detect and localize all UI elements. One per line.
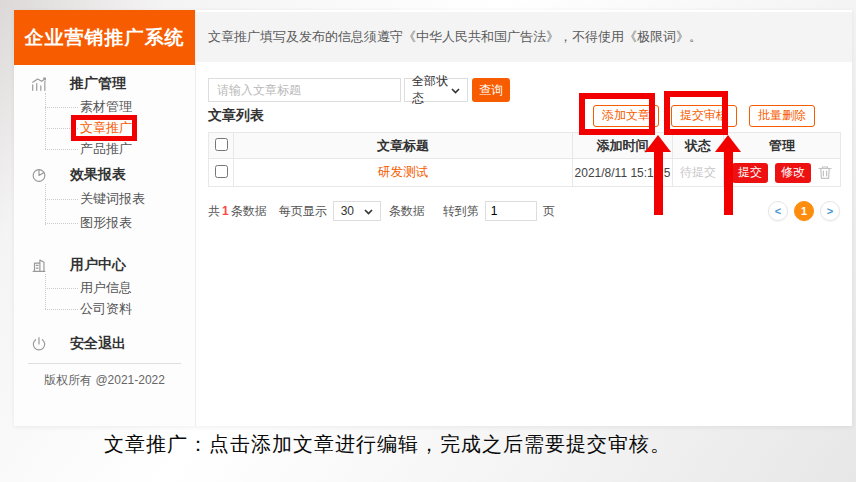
list-actions: 添加文章 提交审核 批量删除 bbox=[593, 105, 815, 127]
chevron-down-icon bbox=[451, 83, 460, 97]
total-count-text: 共1条数据 bbox=[208, 203, 267, 220]
sidebar: 企业营销推广系统 推广管理 素材管理 bbox=[14, 10, 196, 426]
submit-button[interactable]: 提交 bbox=[732, 163, 768, 183]
per-page-suffix: 条数据 bbox=[389, 203, 425, 220]
row-time-cell: 2021/8/11 15:10:5 bbox=[573, 159, 673, 187]
goto-page-input[interactable] bbox=[485, 201, 537, 221]
section-user-center: 用户中心 用户信息 公司资料 bbox=[14, 253, 195, 319]
row-title-cell: 研发测试 bbox=[234, 159, 573, 187]
sidebar-item-label: 推广管理 bbox=[70, 75, 126, 93]
sidebar-item-logout[interactable]: 安全退出 bbox=[14, 332, 195, 356]
sidebar-item-label: 效果报表 bbox=[70, 166, 126, 184]
per-page-label: 每页显示 bbox=[279, 203, 327, 220]
column-header-time: 添加时间 bbox=[573, 133, 673, 159]
edit-button[interactable]: 修改 bbox=[775, 163, 811, 183]
table-header-row: 文章标题 添加时间 状态 管理 bbox=[209, 133, 841, 159]
column-header-title: 文章标题 bbox=[234, 133, 573, 159]
sidebar-item-graph-report[interactable]: 图形报表 bbox=[14, 211, 195, 235]
row-manage-cell: 提交 修改 bbox=[724, 159, 841, 187]
goto-label: 转到第 bbox=[443, 203, 479, 220]
sidebar-item-promotion-management[interactable]: 推广管理 bbox=[14, 72, 195, 96]
status-filter-value: 全部状态 bbox=[412, 73, 451, 107]
sidebar-item-user-info[interactable]: 用户信息 bbox=[14, 277, 195, 298]
column-header-manage: 管理 bbox=[724, 133, 841, 159]
notice-text: 文章推广填写及发布的信息须遵守《中华人民共和国广告法》，不得使用《极限词》。 bbox=[208, 28, 702, 46]
row-status-cell: 待提交 bbox=[673, 159, 724, 187]
app-window: 企业营销推广系统 推广管理 素材管理 bbox=[14, 10, 852, 426]
power-icon bbox=[30, 335, 48, 353]
sidebar-item-user-center[interactable]: 用户中心 bbox=[14, 253, 195, 277]
select-all-header bbox=[209, 133, 234, 159]
goto-suffix: 页 bbox=[543, 203, 555, 220]
current-page-button[interactable]: 1 bbox=[794, 201, 814, 221]
content-area: 全部状态 查询 文章列表 添加文章 bbox=[196, 62, 852, 221]
select-all-checkbox[interactable] bbox=[215, 138, 228, 151]
pagination-bar: 共1条数据 每页显示 30 条数据 转到第 页 < 1 bbox=[208, 201, 840, 221]
list-title: 文章列表 bbox=[208, 107, 264, 125]
chevron-down-icon bbox=[364, 204, 373, 218]
copyright-text: 版权所有 @2021-2022 bbox=[14, 364, 195, 389]
next-icon: > bbox=[827, 205, 833, 217]
section-promotion-management: 推广管理 素材管理 文章推广 产品推广 bbox=[14, 72, 195, 159]
per-page-value: 30 bbox=[341, 204, 354, 218]
sidebar-item-company-profile[interactable]: 公司资料 bbox=[14, 298, 195, 319]
main-area: 文章推广填写及发布的信息须遵守《中华人民共和国广告法》，不得使用《极限词》。 全… bbox=[196, 10, 852, 426]
caption-text: 文章推广：点击添加文章进行编辑，完成之后需要提交审核。 bbox=[104, 431, 671, 458]
section-effect-report: 效果报表 关键词报表 图形报表 bbox=[14, 163, 195, 235]
page: 企业营销推广系统 推广管理 素材管理 bbox=[0, 0, 856, 482]
submenu-user: 用户信息 公司资料 bbox=[14, 277, 195, 319]
sidebar-footer: 版权所有 @2021-2022 bbox=[14, 363, 195, 389]
search-row: 全部状态 查询 bbox=[208, 78, 840, 102]
per-page-select[interactable]: 30 bbox=[333, 201, 381, 221]
total-count-value: 1 bbox=[220, 204, 231, 218]
sidebar-item-label: 安全退出 bbox=[70, 335, 126, 353]
submenu-report: 关键词报表 图形报表 bbox=[14, 187, 195, 235]
list-header-row: 文章列表 添加文章 提交审核 批量删除 bbox=[208, 104, 840, 127]
status-filter-select[interactable]: 全部状态 bbox=[404, 78, 468, 102]
app-logo: 企业营销推广系统 bbox=[14, 10, 195, 65]
pager-circles: < 1 > bbox=[768, 201, 840, 221]
search-input[interactable] bbox=[208, 78, 401, 102]
sidebar-item-keyword-report[interactable]: 关键词报表 bbox=[14, 187, 195, 211]
notice-bar: 文章推广填写及发布的信息须遵守《中华人民共和国广告法》，不得使用《极限词》。 bbox=[196, 12, 852, 62]
prev-page-button[interactable]: < bbox=[768, 201, 788, 221]
building-icon bbox=[30, 256, 48, 274]
sidebar-nav: 推广管理 素材管理 文章推广 产品推广 bbox=[14, 65, 195, 356]
trash-icon[interactable] bbox=[818, 165, 832, 180]
bar-chart-icon bbox=[30, 75, 48, 93]
sidebar-item-article-promotion[interactable]: 文章推广 bbox=[14, 117, 195, 138]
article-table: 文章标题 添加时间 状态 管理 研发测试 bbox=[208, 132, 841, 187]
section-logout: 安全退出 bbox=[14, 332, 195, 356]
next-page-button[interactable]: > bbox=[820, 201, 840, 221]
pie-chart-icon bbox=[30, 166, 48, 184]
prev-icon: < bbox=[775, 205, 781, 217]
sidebar-item-label: 用户中心 bbox=[70, 256, 126, 274]
batch-delete-button[interactable]: 批量删除 bbox=[749, 105, 815, 127]
column-header-status: 状态 bbox=[673, 133, 724, 159]
row-checkbox[interactable] bbox=[215, 165, 228, 178]
table-row: 研发测试 2021/8/11 15:10:5 待提交 提交 修改 bbox=[209, 159, 841, 187]
sidebar-item-material-management[interactable]: 素材管理 bbox=[14, 96, 195, 117]
sidebar-item-product-promotion[interactable]: 产品推广 bbox=[14, 138, 195, 159]
query-button[interactable]: 查询 bbox=[472, 78, 510, 102]
sidebar-item-effect-report[interactable]: 效果报表 bbox=[14, 163, 195, 187]
submenu-promotion: 素材管理 文章推广 产品推广 bbox=[14, 96, 195, 159]
row-checkbox-cell bbox=[209, 159, 234, 187]
add-article-button[interactable]: 添加文章 bbox=[593, 105, 659, 127]
submit-review-button[interactable]: 提交审核 bbox=[671, 105, 737, 127]
article-title-link[interactable]: 研发测试 bbox=[378, 165, 428, 179]
